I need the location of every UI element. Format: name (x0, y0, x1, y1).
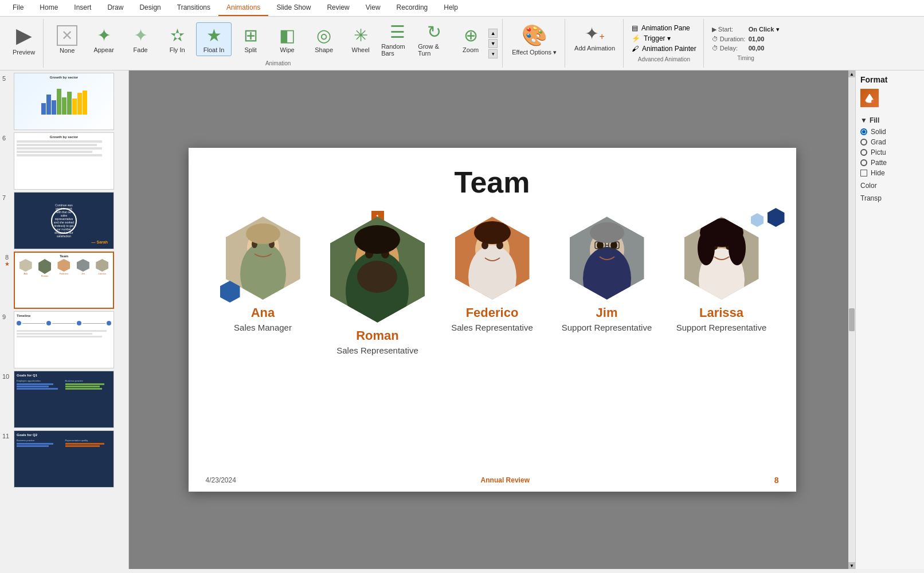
randombars-icon: ☰ (390, 22, 405, 42)
tab-animations[interactable]: Animations (218, 0, 268, 16)
gradient-radio[interactable] (860, 139, 867, 146)
animation-growturn[interactable]: ↻ Grow & Turn (416, 19, 452, 60)
animation-group-label: Animation (49, 60, 507, 66)
effect-options-button[interactable]: 🎨 Effect Options ▾ (508, 21, 560, 58)
animation-randombars[interactable]: ☰ Random Bars (379, 19, 415, 60)
fill-prop-transparency[interactable]: Transp (860, 194, 919, 202)
thumb11-col2: Representation quality (65, 439, 112, 442)
animation-floatin[interactable]: ★ Float In (196, 22, 232, 56)
ana-name: Ana (251, 305, 275, 320)
thumb7-name: — Sarah (92, 240, 108, 244)
slide-image-9[interactable]: Timeline (14, 311, 114, 368)
slide-thumb-10[interactable]: 10 Goals for Q1 Employee opportunities B… (2, 371, 126, 428)
slide-image-5[interactable]: Growth by sector (14, 73, 114, 130)
animation-shape[interactable]: ◎ Shape (306, 22, 342, 56)
animation-pane-label: Animation Pane (641, 24, 690, 32)
slide-image-8[interactable]: Team Ana Roman Federico (14, 252, 114, 309)
floatin-icon: ★ (206, 25, 222, 45)
footer-review: Annual Review (481, 476, 530, 484)
slide-thumb-5[interactable]: 5 Growth by sector (2, 73, 126, 130)
tab-design[interactable]: Design (131, 0, 169, 16)
add-animation-icon: ✦+ (585, 23, 604, 44)
slide-panel[interactable]: 5 Growth by sector (0, 70, 129, 569)
jim-role: Support Representative (562, 323, 652, 332)
fill-collapse-icon[interactable]: ▼ (860, 116, 867, 124)
ana-hex-container (226, 217, 300, 300)
tab-view[interactable]: View (358, 0, 389, 16)
slide-image-6[interactable]: Growth by sector (14, 132, 114, 190)
format-fill-icon-button[interactable] (860, 89, 879, 107)
animation-none[interactable]: ✕ None (49, 22, 85, 57)
fill-option-hide[interactable]: Hide (860, 169, 919, 177)
animation-wheel[interactable]: ✳ Wheel (343, 22, 378, 56)
add-animation-button[interactable]: ✦+ Add Animation (571, 21, 618, 54)
preview-button[interactable]: ▶ Preview (9, 21, 38, 58)
scroll-up-button[interactable]: ▲ (488, 29, 498, 38)
animation-pane-button[interactable]: ▤ Animation Pane (632, 24, 696, 32)
svg-point-14 (354, 225, 400, 254)
tab-draw[interactable]: Draw (99, 0, 131, 16)
jim-hex-photo (570, 217, 644, 300)
roman-hex-photo (330, 217, 425, 323)
tab-help[interactable]: Help (436, 0, 466, 16)
pattern-radio[interactable] (860, 159, 867, 166)
animation-wipe[interactable]: ◧ Wipe (269, 22, 305, 56)
animation-fade[interactable]: ✦ Fade (123, 22, 158, 56)
thumb10-col2: Business practice (65, 379, 112, 382)
tab-recording[interactable]: Recording (389, 0, 436, 16)
animation-flyin[interactable]: ✫ Fly In (159, 22, 195, 56)
hide-label: Hide (871, 169, 885, 177)
canvas-area[interactable]: Team (129, 70, 855, 569)
wipe-label: Wipe (280, 46, 295, 53)
animation-split[interactable]: ⊞ Split (233, 22, 268, 56)
fill-option-picture[interactable]: Pictu (860, 148, 919, 156)
fill-option-pattern[interactable]: Patte (860, 159, 919, 167)
scroll-expand-button[interactable]: ▾ (488, 49, 498, 58)
tab-file[interactable]: File (5, 0, 32, 16)
floatin-label: Float In (203, 46, 225, 53)
picture-radio[interactable] (860, 149, 867, 156)
canvas-scroll-thumb[interactable] (849, 308, 855, 331)
animation-appear[interactable]: ✦ Appear (86, 22, 122, 56)
canvas-scroll-down-arrow[interactable]: ▼ (848, 562, 855, 569)
slide-canvas: Team (189, 148, 796, 492)
slide-thumb-7[interactable]: 7 Continue was great to work with that o… (2, 192, 126, 249)
slide-thumb-11[interactable]: 11 Goals for Q2 Business practice Repres… (2, 430, 126, 488)
slide-thumb-9[interactable]: 9 Timeline (2, 311, 126, 368)
thumb6-title: Growth by sector (17, 135, 111, 139)
scroll-down-button[interactable]: ▼ (488, 39, 498, 48)
slide-image-11[interactable]: Goals for Q2 Business practice Represent… (14, 430, 114, 488)
animation-painter-button[interactable]: 🖌 Animation Painter (632, 45, 696, 53)
slide-image-7[interactable]: Continue was great to work with that our… (14, 192, 114, 249)
animation-zoom[interactable]: ⊕ Zoom (453, 22, 488, 56)
ribbon: File Home Insert Draw Design Transitions… (0, 0, 924, 70)
canvas-scrollbar-vertical[interactable]: ▲ ▼ (848, 70, 855, 569)
tab-transitions[interactable]: Transitions (169, 0, 218, 16)
animation-painter-label: Animation Painter (642, 45, 696, 53)
canvas-scroll-up-arrow[interactable]: ▲ (848, 70, 855, 77)
start-value[interactable]: On Click (749, 26, 774, 33)
trigger-button[interactable]: ⚡ Trigger ▾ (632, 34, 696, 42)
slide-thumb-8[interactable]: 8 ★ Team Ana Roman (2, 252, 126, 309)
duration-value[interactable]: 01,00 (749, 36, 765, 42)
duration-label: ⏱ Duration: (712, 36, 746, 42)
federico-hex-container (455, 217, 530, 300)
svg-point-39 (698, 231, 715, 265)
fill-prop-color[interactable]: Color (860, 182, 919, 190)
tab-home[interactable]: Home (32, 0, 66, 16)
slide-thumb-6[interactable]: 6 Growth by sector (2, 132, 126, 190)
svg-point-31 (590, 222, 624, 243)
delay-value[interactable]: 00,00 (749, 45, 765, 52)
tab-review[interactable]: Review (319, 0, 357, 16)
tab-slideshow[interactable]: Slide Show (268, 0, 319, 16)
fade-icon: ✦ (134, 25, 148, 45)
hide-checkbox[interactable] (860, 170, 867, 176)
slide-image-10[interactable]: Goals for Q1 Employee opportunities Busi… (14, 371, 114, 428)
fill-option-solid[interactable]: Solid (860, 128, 919, 136)
start-dropdown-icon[interactable]: ▾ (776, 26, 780, 33)
paint-bucket-icon (864, 92, 875, 104)
fill-option-gradient[interactable]: Grad (860, 138, 919, 146)
tab-insert[interactable]: Insert (66, 0, 99, 16)
animation-pane-icon: ▤ (632, 24, 638, 32)
solid-radio[interactable] (860, 128, 867, 135)
